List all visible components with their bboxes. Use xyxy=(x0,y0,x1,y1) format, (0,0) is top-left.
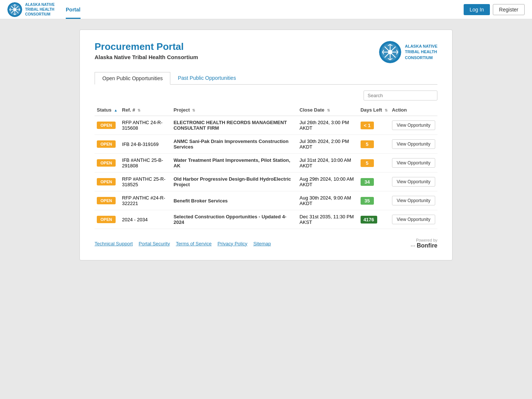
cell-close-date-4: Aug 30th 2024, 9:00 AM AKDT xyxy=(297,191,358,210)
footer-link-privacy-policy[interactable]: Privacy Policy xyxy=(218,241,248,246)
col-project: Project ⇅ xyxy=(171,104,297,116)
cell-close-date-0: Jul 26th 2024, 3:00 PM AKDT xyxy=(297,116,358,135)
powered-by-label: Powered by xyxy=(416,238,437,242)
cell-action-1: View Opportunity xyxy=(390,135,437,154)
cell-ref-1: IFB 24-B-319169 xyxy=(120,135,171,154)
cell-status-5: OPEN xyxy=(95,210,120,229)
opportunities-table: Status ▲ Ref. # ⇅ Project ⇅ Close Date ⇅… xyxy=(95,104,437,229)
search-row xyxy=(95,91,437,100)
cell-close-date-5: Dec 31st 2035, 11:30 PM AKST xyxy=(297,210,358,229)
register-button[interactable]: Register xyxy=(493,4,525,15)
days-badge-5: 4176 xyxy=(361,216,377,224)
tab-open-opportunities[interactable]: Open Public Opportunities xyxy=(95,72,170,85)
search-input[interactable] xyxy=(364,91,437,100)
footer-links: Technical SupportPortal SecurityTerms of… xyxy=(95,241,271,246)
cell-ref-4: RFP ANTHC #24-R-322221 xyxy=(120,191,171,210)
sort-icon-close-date: ⇅ xyxy=(327,108,330,112)
cell-ref-5: 2024 - 2034 xyxy=(120,210,171,229)
days-badge-0: < 1 xyxy=(361,122,374,129)
cell-days-left-2: 5 xyxy=(358,154,390,173)
days-badge-2: 5 xyxy=(361,159,374,167)
header-logo-icon xyxy=(379,41,401,63)
table-row: OPEN RFP ANTHC #24-R-322221 Benefit Brok… xyxy=(95,191,437,210)
cell-days-left-0: < 1 xyxy=(358,116,390,135)
tabs: Open Public Opportunities Past Public Op… xyxy=(95,72,437,85)
card-footer: Technical SupportPortal SecurityTerms of… xyxy=(95,238,437,249)
tab-past-opportunities[interactable]: Past Public Opportunities xyxy=(170,72,243,84)
table-row: OPEN IFB #ANTHC 25-B-291808 Water Treatm… xyxy=(95,154,437,173)
cell-project-3: Old Harbor Progressive Design-Build Hydr… xyxy=(171,173,297,191)
cell-status-2: OPEN xyxy=(95,154,120,173)
header-logo-text: ALASKA NATIVETRIBAL HEALTHCONSORTIUM xyxy=(405,44,437,61)
col-status: Status ▲ xyxy=(95,104,120,116)
cell-project-0: ELECTRONIC HEALTH RECORDS MANAGEMENT CON… xyxy=(171,116,297,135)
cell-ref-3: RFP #ANTHC 25-R-318525 xyxy=(120,173,171,191)
svg-point-29 xyxy=(388,50,392,54)
svg-point-14 xyxy=(13,8,16,11)
view-opportunity-button-1[interactable]: View Opportunity xyxy=(392,139,435,149)
navigation: ALASKA NATIVETRIBAL HEALTHCONSORTIUM Por… xyxy=(0,0,532,19)
status-badge-1: OPEN xyxy=(97,140,116,148)
days-badge-1: 5 xyxy=(361,140,374,148)
status-badge-2: OPEN xyxy=(97,159,116,167)
cell-project-2: Water Treatment Plant Improvements, Pilo… xyxy=(171,154,297,173)
cell-project-5: Selected Construction Opportunities - Up… xyxy=(171,210,297,229)
cell-project-4: Benefit Broker Services xyxy=(171,191,297,210)
nav-portal-link[interactable]: Portal xyxy=(66,0,81,19)
nav-logo-icon xyxy=(7,2,22,17)
sort-icon-project: ⇅ xyxy=(192,108,195,112)
cell-status-3: OPEN xyxy=(95,173,120,191)
cell-close-date-1: Jul 30th 2024, 2:00 PM AKDT xyxy=(297,135,358,154)
cell-action-0: View Opportunity xyxy=(390,116,437,135)
view-opportunity-button-5[interactable]: View Opportunity xyxy=(392,215,435,224)
nav-logo-text: ALASKA NATIVETRIBAL HEALTHCONSORTIUM xyxy=(25,2,55,17)
cell-days-left-5: 4176 xyxy=(358,210,390,229)
cell-action-5: View Opportunity xyxy=(390,210,437,229)
status-badge-3: OPEN xyxy=(97,178,116,185)
footer-link-sitemap[interactable]: Sitemap xyxy=(253,241,271,246)
cell-close-date-2: Jul 31st 2024, 10:00 AM AKDT xyxy=(297,154,358,173)
sort-icon-status: ▲ xyxy=(114,108,117,112)
table-row: OPEN 2024 - 2034 Selected Construction O… xyxy=(95,210,437,229)
table-row: OPEN RFP #ANTHC 25-R-318525 Old Harbor P… xyxy=(95,173,437,191)
portal-subtitle: Alaska Native Tribal Health Consortium xyxy=(95,54,198,60)
cell-days-left-1: 5 xyxy=(358,135,390,154)
view-opportunity-button-0[interactable]: View Opportunity xyxy=(392,120,435,130)
footer-link-terms-of-service[interactable]: Terms of Service xyxy=(176,241,212,246)
cell-action-3: View Opportunity xyxy=(390,173,437,191)
nav-actions: Log In Register xyxy=(464,4,525,15)
table-header: Status ▲ Ref. # ⇅ Project ⇅ Close Date ⇅… xyxy=(95,104,437,116)
brand-name: ⋯Bonfire xyxy=(410,242,437,249)
status-badge-0: OPEN xyxy=(97,122,116,129)
cell-project-1: ANMC Sani-Pak Drain Improvements Constru… xyxy=(171,135,297,154)
login-button[interactable]: Log In xyxy=(464,4,490,15)
view-opportunity-button-4[interactable]: View Opportunity xyxy=(392,196,435,205)
portal-title: Procurement Portal xyxy=(95,41,198,52)
nav-logo: ALASKA NATIVETRIBAL HEALTHCONSORTIUM xyxy=(7,2,55,17)
cell-ref-2: IFB #ANTHC 25-B-291808 xyxy=(120,154,171,173)
table-body: OPEN RFP ANTHC 24-R-315608 ELECTRONIC HE… xyxy=(95,116,437,229)
view-opportunity-button-3[interactable]: View Opportunity xyxy=(392,177,435,187)
cell-status-1: OPEN xyxy=(95,135,120,154)
status-badge-4: OPEN xyxy=(97,197,116,204)
view-opportunity-button-2[interactable]: View Opportunity xyxy=(392,158,435,168)
cell-action-2: View Opportunity xyxy=(390,154,437,173)
col-close-date: Close Date ⇅ xyxy=(297,104,358,116)
cell-close-date-3: Aug 29th 2024, 10:00 AM AKDT xyxy=(297,173,358,191)
powered-by: Powered by ⋯Bonfire xyxy=(410,238,437,249)
col-ref: Ref. # ⇅ xyxy=(120,104,171,116)
cell-action-4: View Opportunity xyxy=(390,191,437,210)
status-badge-5: OPEN xyxy=(97,216,116,223)
cell-ref-0: RFP ANTHC 24-R-315608 xyxy=(120,116,171,135)
sort-icon-days-left: ⇅ xyxy=(385,108,388,112)
sort-icon-ref: ⇅ xyxy=(137,108,140,112)
cell-days-left-4: 35 xyxy=(358,191,390,210)
cell-status-0: OPEN xyxy=(95,116,120,135)
cell-status-4: OPEN xyxy=(95,191,120,210)
footer-link-technical-support[interactable]: Technical Support xyxy=(95,241,133,246)
main-card: Procurement Portal Alaska Native Tribal … xyxy=(79,30,453,260)
days-badge-3: 34 xyxy=(361,178,374,186)
footer-link-portal-security[interactable]: Portal Security xyxy=(139,241,170,246)
header-logo: ALASKA NATIVETRIBAL HEALTHCONSORTIUM xyxy=(379,41,437,63)
portal-info: Procurement Portal Alaska Native Tribal … xyxy=(95,41,198,60)
